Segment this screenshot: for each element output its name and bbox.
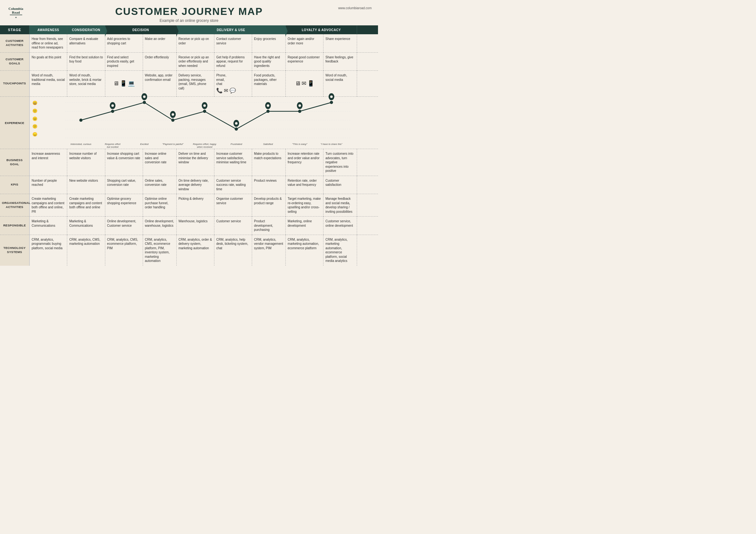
touchpoints-row: TOUCHPOINTS Word of mouth, traditional m… xyxy=(0,71,378,97)
cg-delivery3: Have the right and good quality ingredie… xyxy=(252,52,286,71)
logo: Columbia Road ✦ xyxy=(6,5,25,21)
ca-loyalty2: Share experience xyxy=(323,34,357,52)
tech-label: TECHNOLOGYSYSTEMS xyxy=(0,235,30,266)
tech-loyalty1: CRM, analytics, marketing automation, ec… xyxy=(286,235,323,266)
organisational-row: ORGANISATIONALACTIVITIES Create marketin… xyxy=(0,194,378,217)
cg-awareness: No goals at this point xyxy=(30,52,67,71)
bg-delivery1: Deliver on time and minimise the deliver… xyxy=(176,149,214,176)
bg-loyalty1: Increase retention rate and order value … xyxy=(286,149,323,176)
bg-delivery2: Increase customer service satisfaction, … xyxy=(214,149,252,176)
face-sad: 😕 xyxy=(32,124,38,129)
experience-container: 😄 🙂 😐 😕 😞 xyxy=(31,98,377,149)
svg-text:Excited: Excited xyxy=(140,143,149,146)
ca-decision1: Add groceries to shopping cart xyxy=(105,34,143,52)
bg-decision1: Increase shopping cart value & conversio… xyxy=(105,149,143,176)
kpis-decision1: Shopping cart value, conversion rate xyxy=(105,176,143,194)
svg-text:Columbia: Columbia xyxy=(8,7,23,11)
org-label: ORGANISATIONALACTIVITIES xyxy=(0,194,30,217)
business-goal-row: BUSINESS GOAL Increase awareness and int… xyxy=(0,149,378,176)
cg-consideration: Find the best solution to buy food xyxy=(67,52,105,71)
svg-point-25 xyxy=(203,110,206,113)
decision-arrow xyxy=(176,25,178,37)
website-url: www.columbiaroad.com xyxy=(338,6,372,10)
tp-delivery2-icons: 📞 ✉ 💬 xyxy=(216,87,250,94)
tech-consideration: CRM, analytics, CMS, marketing automatio… xyxy=(67,235,105,266)
org-decision2: Optimise online purchase funnel, order h… xyxy=(143,194,176,217)
ca-loyalty1: Order again and/or order more xyxy=(286,34,323,52)
tech-delivery2: CRM, analytics, help desk, ticketing sys… xyxy=(214,235,252,266)
experience-row: EXPERIENCE 😄 🙂 😐 😕 😞 xyxy=(0,97,378,149)
resp-delivery1: Warehouse, logistics xyxy=(176,217,214,235)
svg-text:"Payment is painful": "Payment is painful" xyxy=(162,143,184,146)
page-subtitle: Example of an online grocery store xyxy=(3,18,375,23)
kpis-awareness: Number of people reached xyxy=(30,176,67,194)
customer-goals-row: CUSTOMERGOALS No goals at this point Fin… xyxy=(0,52,378,71)
tp-decision1-icons: 🖥 📱 💻 xyxy=(107,80,141,87)
loyalty-header: LOYALTY & ADVOCACY xyxy=(286,25,357,34)
tech-decision2: CRM, analytics, CMS, ecommerce platform,… xyxy=(143,235,176,266)
org-delivery3: Develop products & product range xyxy=(252,194,286,217)
journey-map-table: STAGE AWARENESS CONSIDERATION DECISION D… xyxy=(0,25,378,266)
face-very-happy: 😄 xyxy=(32,100,38,105)
kpis-delivery3: Product reviews xyxy=(252,176,286,194)
tp-delivery3: Food products, packages, other materials xyxy=(252,71,286,97)
kpis-loyalty2: Customer satisfaction xyxy=(323,176,357,194)
cg-delivery1: Receive or pick up an order effortlessly… xyxy=(176,52,214,71)
svg-point-37 xyxy=(298,110,301,113)
customer-goals-label: CUSTOMERGOALS xyxy=(0,52,30,71)
svg-point-24 xyxy=(203,104,206,107)
svg-text:"I have to share this": "I have to share this" xyxy=(321,143,342,146)
bg-loyalty2: Turn customers into advocates, turn nega… xyxy=(323,149,357,176)
tp-delivery2-text: Phone,email,chat xyxy=(216,73,250,86)
kpis-label: KPIs xyxy=(0,176,30,194)
resp-awareness: Marketing & Communications xyxy=(30,217,67,235)
svg-point-32 xyxy=(267,104,269,107)
tech-decision1: CRM, analytics, CMS, ecommerce platform,… xyxy=(105,235,143,266)
technology-row: TECHNOLOGYSYSTEMS CRM, analytics, progra… xyxy=(0,235,378,266)
tp-spacer xyxy=(357,71,378,97)
consideration-label: CONSIDERATION xyxy=(72,28,100,32)
tp-loyalty1: 🖥 ✉ 📱 xyxy=(286,71,323,97)
org-delivery2: Organise customer service xyxy=(214,194,252,217)
tp-decision2: Website, app, order confirmation email xyxy=(143,71,176,97)
laptop-icon: 💻 xyxy=(128,80,135,87)
tp-loyalty1-icons: 🖥 ✉ 📱 xyxy=(288,80,321,87)
kpis-delivery1: On time delivery rate, average delivery … xyxy=(176,176,214,194)
delivery-header: DELIVERY & USE xyxy=(176,25,285,34)
kpis-spacer xyxy=(357,176,378,194)
org-loyalty1: Target marketing, make re-ordering easy,… xyxy=(286,194,323,217)
org-delivery1: Picking & delivery xyxy=(176,194,214,217)
tech-awareness: CRM, analytics, programmatic buying plat… xyxy=(30,235,67,266)
experience-chart-area: 😄 🙂 😐 😕 😞 xyxy=(30,97,378,149)
business-goal-label: BUSINESS GOAL xyxy=(0,149,30,176)
tech-delivery1: CRM, analytics, order & delivery system,… xyxy=(176,235,214,266)
resp-delivery3: Product development, purchasing xyxy=(252,217,286,235)
svg-point-33 xyxy=(266,110,270,113)
tablet-icon: 📱 xyxy=(120,80,127,87)
svg-text:when received: when received xyxy=(197,146,212,148)
face-scale: 😄 🙂 😐 😕 😞 xyxy=(31,98,39,139)
experience-chart: Interested, curious Requires effort but … xyxy=(39,98,377,149)
consideration-header: CONSIDERATION xyxy=(67,25,105,34)
svg-text:Requires effort: Requires effort xyxy=(105,143,121,146)
svg-point-9 xyxy=(79,119,82,122)
svg-point-13 xyxy=(111,104,114,107)
bg-awareness: Increase awareness and interest xyxy=(30,149,67,176)
exp-pin-1 xyxy=(79,119,82,122)
ca-decision2: Make an order xyxy=(143,34,176,52)
resp-decision1: Online development, Customer service xyxy=(105,217,143,235)
tp-delivery1: Delivery service, packing, messages (ema… xyxy=(176,71,214,97)
page-header: Columbia Road ✦ CUSTOMER JOURNEY MAP Exa… xyxy=(0,0,378,25)
ca-awareness: Hear from friends, see offline or online… xyxy=(30,34,67,52)
page: Columbia Road ✦ CUSTOMER JOURNEY MAP Exa… xyxy=(0,0,378,266)
loyalty-phone-icon: 📱 xyxy=(307,80,314,87)
org-decision1: Optimise grocery shopping experience xyxy=(105,194,143,217)
ca-delivery3: Enjoy groceries xyxy=(252,34,286,52)
cg-decision1: Find and select products easily, get ins… xyxy=(105,52,143,71)
svg-point-41 xyxy=(330,101,333,104)
experience-label: EXPERIENCE xyxy=(0,97,30,149)
svg-point-21 xyxy=(171,119,175,122)
svg-text:"This is easy": "This is easy" xyxy=(292,143,308,146)
svg-point-17 xyxy=(143,101,146,104)
svg-text:✦: ✦ xyxy=(14,16,17,19)
